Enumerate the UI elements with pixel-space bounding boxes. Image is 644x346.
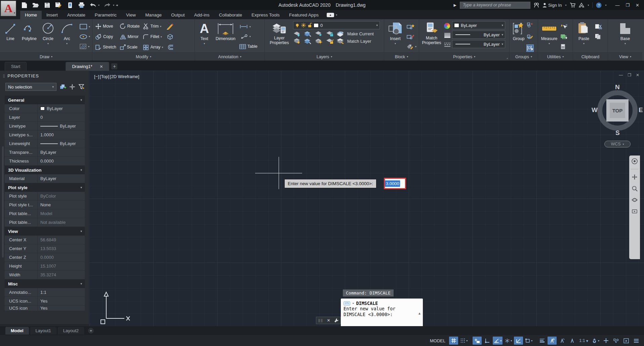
fillet-caret-icon[interactable]: ▾ (161, 35, 162, 38)
autodesk-caret-icon[interactable]: ▾ (588, 4, 589, 7)
tab-manage[interactable]: Manage (140, 11, 166, 19)
viewport-visualstyle-control[interactable]: [2D Wireframe] (110, 74, 139, 79)
isodraft-toggle[interactable]: ▾ (504, 337, 513, 345)
linetype-select[interactable]: ByLayer▾ (452, 40, 505, 48)
save-as-icon[interactable] (55, 2, 62, 8)
viewcube[interactable]: N W E S TOP WCS▾ (592, 84, 643, 155)
annotation-monitor-button[interactable] (601, 337, 610, 345)
section-view[interactable]: View▾ (5, 227, 85, 236)
prop-row-plot-table-type[interactable]: Plot table...Not available (5, 218, 85, 227)
restore-button[interactable]: ❐ (626, 3, 630, 8)
tab-model[interactable]: Model (5, 327, 29, 335)
annotation-visibility-toggle[interactable] (548, 337, 557, 345)
hatch-button[interactable]: ▾ (79, 42, 90, 51)
viewport-view-control[interactable]: [Top] (100, 74, 109, 79)
object-snap-toggle[interactable]: ▾ (524, 337, 533, 345)
command-window[interactable]: (7) ▾ DIMSCALE Enter new value for DIMSC… (341, 299, 423, 326)
snap-mode-toggle[interactable]: ▾ (459, 337, 469, 345)
ortho-mode-toggle[interactable] (483, 337, 492, 345)
osnap-tracking-toggle[interactable] (514, 337, 523, 345)
workspace-switching-button[interactable]: ▾ (591, 337, 600, 345)
layer-off-icon[interactable] (293, 31, 301, 37)
trim-caret-icon[interactable]: ▾ (160, 25, 161, 28)
viewcube-west[interactable]: W (592, 106, 598, 114)
ellipse-button[interactable]: ▾ (79, 32, 90, 41)
annotation-scale-icon[interactable] (568, 337, 577, 345)
tab-output[interactable]: Output (166, 11, 190, 19)
prop-row-plot-style-table[interactable]: Plot style t...None (5, 201, 85, 209)
ribbon-display-toggle[interactable]: ▲▾ (327, 13, 337, 19)
signin-caret-icon[interactable]: ▾ (565, 4, 566, 7)
grid-display-toggle[interactable] (449, 337, 458, 345)
autoscale-toggle[interactable] (558, 337, 567, 345)
prop-row-height[interactable]: Height15.1007 (5, 262, 85, 271)
plot-icon[interactable] (78, 2, 85, 8)
prop-row-plot-table-attached[interactable]: Plot table...Model (5, 209, 85, 218)
ungroup-button[interactable] (526, 21, 534, 29)
copy-button[interactable]: Copy (95, 32, 116, 41)
section-3d-visualization[interactable]: 3D Visualization▾ (5, 166, 85, 174)
select-similar-button[interactable] (560, 32, 568, 41)
model-space-indicator[interactable]: MODEL (430, 338, 445, 343)
paste-caret-icon[interactable]: ▾ (583, 42, 585, 45)
osnap-caret-icon[interactable]: ▾ (531, 339, 532, 342)
showmotion-icon[interactable] (631, 208, 638, 215)
trim-button[interactable]: Trim▾ (143, 22, 163, 31)
sign-in-button[interactable]: Sign In (542, 3, 562, 8)
minimize-button[interactable]: — (615, 3, 619, 8)
new-file-icon[interactable] (21, 2, 28, 8)
erase-button[interactable] (166, 22, 174, 31)
section-plot-style[interactable]: Plot style▾ (5, 183, 85, 192)
arc-button[interactable]: Arc ▾ (58, 21, 76, 53)
offset-button[interactable] (166, 42, 174, 52)
explode-button[interactable] (166, 32, 174, 41)
layer-freeze-icon[interactable] (315, 31, 323, 37)
panel-label-clipboard[interactable]: Clipboard (573, 53, 608, 61)
lineweight-display-toggle[interactable] (537, 337, 547, 345)
file-tab-start[interactable]: Start (5, 62, 27, 71)
prop-row-width[interactable]: Width35.3274 (5, 271, 85, 279)
search-icon[interactable] (534, 2, 539, 8)
viewcube-north[interactable]: N (615, 83, 620, 91)
prop-row-color[interactable]: ColorByLayer (5, 104, 85, 113)
palette-grip-icon[interactable]: ⣿ (3, 74, 5, 78)
undo-caret-icon[interactable]: ▾ (98, 4, 99, 7)
prop-row-linetype[interactable]: LinetypeByLayer (5, 122, 85, 131)
close-commandline-icon[interactable]: ✕ (327, 318, 330, 323)
drawing-canvas[interactable]: [−] [Top] [2D Wireframe] — ❐ ✕ Enter new… (89, 71, 644, 326)
tab-view[interactable]: View (121, 11, 140, 19)
polar-tracking-toggle[interactable]: ▾ (493, 337, 502, 345)
redo-icon[interactable] (104, 2, 111, 8)
fillet-button[interactable]: Fillet▾ (143, 32, 163, 41)
panel-label-draw[interactable]: Draw▾ (0, 53, 92, 61)
layer-properties-button[interactable]: Layer Properties (266, 21, 292, 53)
open-from-web-icon[interactable] (67, 2, 73, 8)
measure-caret-icon[interactable]: ▾ (549, 42, 550, 45)
help-icon[interactable]: ? (596, 2, 602, 8)
define-attributes-button[interactable]: ▾ (406, 42, 416, 51)
viewcube-east[interactable]: E (639, 106, 643, 114)
layer-unlock-row2-icon[interactable] (326, 38, 334, 44)
paste-button[interactable]: Paste ▾ (574, 21, 593, 53)
array-caret-icon[interactable]: ▾ (162, 46, 163, 49)
dynamic-input-field[interactable]: 3.0000 (384, 178, 406, 189)
dynamic-input-toggle[interactable] (473, 337, 482, 345)
qat-customize-icon[interactable]: ▾̶ (116, 3, 118, 7)
circle-button[interactable]: Circle ▾ (39, 21, 57, 53)
app-store-cart-icon[interactable] (570, 3, 575, 8)
pan-icon[interactable] (631, 173, 638, 181)
measure-button[interactable]: Measure ▾ (539, 21, 559, 53)
panel-label-layers[interactable]: Layers▾ (265, 53, 384, 61)
prop-row-material[interactable]: MaterialByLayer (5, 174, 85, 183)
create-block-button[interactable] (406, 22, 416, 31)
prop-row-center-y[interactable]: Center Y13.5033 (5, 244, 85, 253)
text-caret-icon[interactable]: ▾ (204, 42, 205, 45)
wcs-menu[interactable]: WCS▾ (604, 141, 631, 147)
redo-caret-icon[interactable]: ▾ (113, 4, 114, 7)
section-misc[interactable]: Misc▾ (5, 279, 85, 288)
open-file-icon[interactable] (32, 2, 39, 8)
panel-label-groups[interactable]: Groups▾ (510, 53, 538, 61)
insert-caret-icon[interactable]: ▾ (395, 42, 396, 45)
linear-dimension-button[interactable]: ▾ (239, 22, 257, 31)
base-button[interactable]: Base ▾ (615, 21, 635, 53)
